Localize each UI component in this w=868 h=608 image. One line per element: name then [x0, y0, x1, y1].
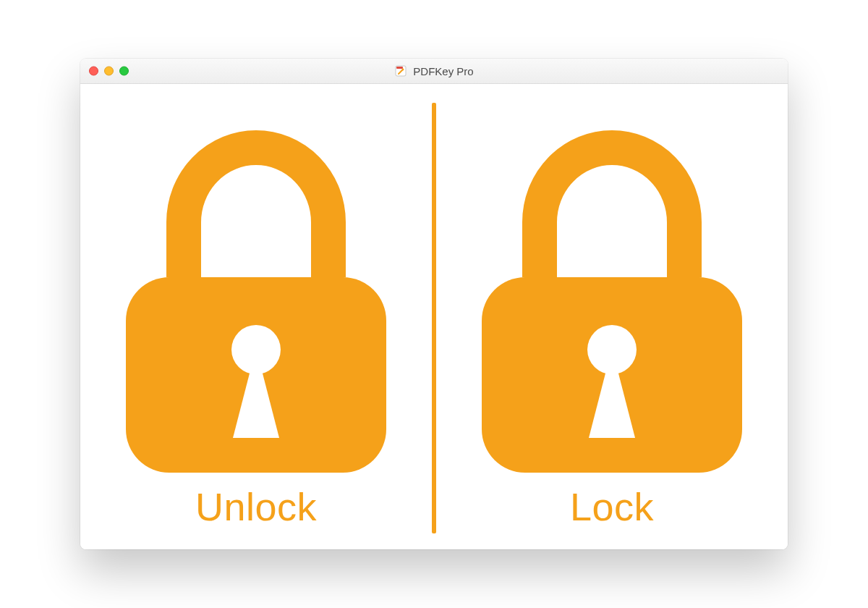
unlock-panel[interactable]: Unlock	[80, 84, 432, 549]
window-title: PDFKey Pro	[413, 65, 473, 77]
lock-panel[interactable]: Lock	[436, 84, 788, 549]
close-button[interactable]	[89, 67, 98, 76]
app-window: PDFKey Pro Unlock	[80, 59, 788, 549]
unlock-icon	[111, 125, 401, 480]
zoom-button[interactable]	[119, 67, 129, 76]
traffic-lights	[89, 67, 129, 76]
app-icon	[394, 64, 407, 77]
minimize-button[interactable]	[104, 67, 114, 76]
title-bar: PDFKey Pro	[80, 59, 788, 84]
lock-icon	[467, 125, 757, 480]
svg-rect-1	[396, 67, 403, 69]
lock-label: Lock	[570, 484, 654, 529]
svg-point-2	[402, 69, 404, 71]
unlock-label: Unlock	[195, 484, 317, 529]
window-content: Unlock Lock	[80, 84, 788, 549]
